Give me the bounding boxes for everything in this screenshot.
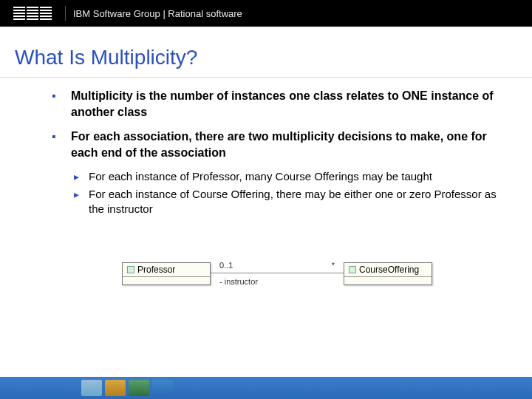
content-area: Multiplicity is the number of instances … [0,88,532,305]
footer-decoration-icon [152,380,173,396]
class-name-label: Professor [137,265,175,275]
multiplicity-left: 0..1 [219,261,233,270]
footer-decoration-icon [81,380,102,396]
header-separator [65,6,66,21]
slide: IBM Software Group | Rational software W… [0,0,532,399]
title-rule [0,77,532,78]
footer-icons [81,380,173,396]
uml-class-courseoffering: CourseOffering [344,262,432,285]
uml-diagram: Professor CourseOffering 0..1 * - instru… [122,261,432,305]
slide-title: What Is Multiplicity? [0,27,532,77]
header-bar: IBM Software Group | Rational software [0,0,532,27]
bullet-level2: For each instance of Professor, many Cou… [74,169,502,184]
class-icon [349,266,356,273]
association-line [211,273,344,273]
footer-decoration-icon [129,380,149,396]
uml-class-professor: Professor [122,262,211,285]
footer-decoration-icon [105,380,126,396]
class-icon [127,266,134,273]
class-name-label: CourseOffering [359,265,419,275]
header-text: IBM Software Group | Rational software [73,8,242,19]
bullet-level2: For each instance of Course Offering, th… [74,187,502,217]
association-role: - instructor [219,277,258,286]
bullet-level1: For each association, there are two mult… [52,129,502,160]
bullet-level1: Multiplicity is the number of instances … [52,88,502,120]
multiplicity-right: * [332,261,335,270]
footer-bar [0,377,532,399]
ibm-logo [13,7,52,20]
